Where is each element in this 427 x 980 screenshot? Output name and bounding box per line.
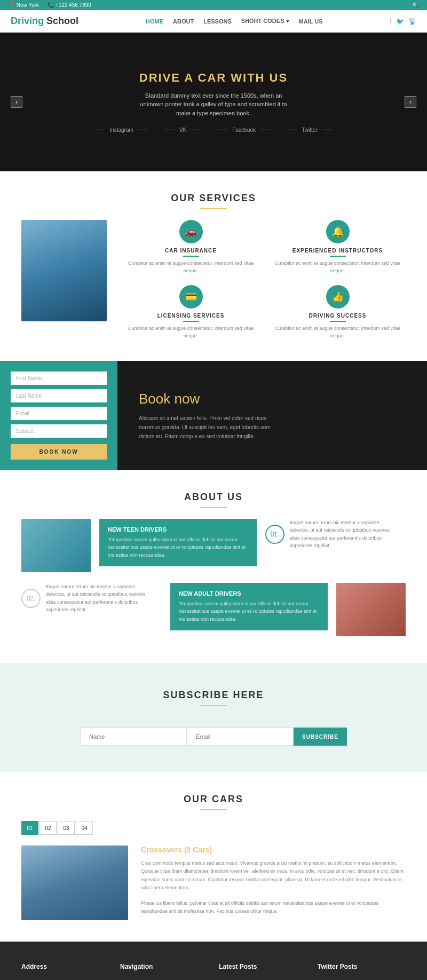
about-image-2 bbox=[336, 583, 406, 636]
phone: 📞 +123 456 7890 bbox=[48, 2, 91, 8]
footer-nav-home[interactable]: Home bbox=[120, 978, 208, 980]
service-desc-instructors: Curabitur ac enim et augue consectetur, … bbox=[270, 260, 406, 274]
footer-nav-title: Navigation bbox=[120, 963, 208, 970]
about-underline bbox=[200, 507, 227, 508]
hero-prev-arrow[interactable]: ‹ bbox=[11, 96, 22, 108]
footer-posts-title: Latest Posts bbox=[219, 963, 307, 970]
booking-text: Book now Aliquam sit amet sapien felis. … bbox=[117, 361, 427, 470]
service-item-success: 👍 DRIVING SUCCESS Curabitur ac enim et a… bbox=[270, 285, 406, 339]
service-item-licensing: 💳 LICENSING SERVICES Curabitur ac enim e… bbox=[123, 285, 259, 339]
about-number-box-1: 01. Itaque earum rerum hic tenetur a sap… bbox=[265, 519, 406, 550]
about-heading: ABOUT US bbox=[11, 492, 416, 503]
about-row-1: NEW TEEN DRIVERS Temporibus autem quibus… bbox=[21, 519, 406, 572]
success-icon: 👍 bbox=[326, 285, 350, 309]
services-image bbox=[21, 220, 107, 321]
subscribe-form: SUBSCRIBE bbox=[21, 728, 406, 746]
about-card-adult: NEW ADULT DRIVERS Temporibus autem quibu… bbox=[170, 583, 328, 630]
footer-posts: Latest Posts Vestibulum ante ipsum Phase… bbox=[219, 963, 307, 980]
subscribe-email-input[interactable] bbox=[187, 728, 294, 746]
hero-social: Instagram VK Facebook Twitter bbox=[94, 127, 332, 133]
email-input[interactable] bbox=[11, 407, 107, 420]
services-heading: OUR SERVICES bbox=[11, 193, 416, 204]
hero-section: ‹ DRIVE A CAR WITH US Standard dummy tex… bbox=[0, 33, 427, 171]
booking-section: BOOK NOW Book now Aliquam sit amet sapie… bbox=[0, 361, 427, 470]
service-underline-2 bbox=[330, 256, 346, 257]
location: 📍 New York bbox=[9, 2, 39, 8]
nav-mail[interactable]: MAIL US bbox=[299, 18, 323, 25]
rss-icon[interactable]: 📡 bbox=[408, 18, 416, 25]
about-text-1: Itaque earum rerum hic tenetur a sapient… bbox=[290, 519, 397, 550]
about-content: NEW TEEN DRIVERS Temporibus autem quibus… bbox=[0, 519, 427, 636]
cars-tab-4[interactable]: 04 bbox=[76, 821, 93, 835]
hero-subtitle: Standard dummy text ever since the 1500s… bbox=[139, 91, 288, 118]
services-section: OUR SERVICES 🚗 CAR INSURANCE Curabitur a… bbox=[0, 171, 427, 361]
service-title-success: DRIVING SUCCESS bbox=[270, 313, 406, 319]
book-now-button[interactable]: BOOK NOW bbox=[11, 444, 107, 460]
subscribe-section: SUBSCRIBE HERE SUBSCRIBE bbox=[0, 663, 427, 772]
subscribe-underline bbox=[200, 705, 227, 706]
twitter-icon[interactable]: 🐦 bbox=[396, 18, 404, 25]
booking-heading-highlight: now bbox=[175, 391, 200, 407]
nav-shortcodes[interactable]: SHORT CODES bbox=[241, 18, 289, 25]
car-desc-1: Cras commodo tempus metus sed accumsan. … bbox=[141, 859, 406, 892]
top-bar-left: 📍 New York 📞 +123 456 7890 bbox=[9, 2, 91, 8]
about-number-box-2: 02. Itaque earum rerum hic tenetur a sap… bbox=[21, 583, 162, 614]
service-desc-success: Curabitur ac enim et augue consectetur, … bbox=[270, 325, 406, 339]
service-underline-1 bbox=[183, 256, 199, 257]
about-card-teen-desc: Temporibus autem quibusdam et aut offici… bbox=[108, 536, 248, 559]
lastname-input[interactable] bbox=[11, 389, 107, 402]
about-title-block: ABOUT US bbox=[0, 470, 427, 519]
car-image bbox=[21, 845, 128, 920]
footer-address-title: Address bbox=[21, 963, 109, 970]
about-number-2: 02. bbox=[21, 589, 41, 608]
subscribe-title-block: SUBSCRIBE HERE bbox=[21, 690, 406, 717]
service-underline-3 bbox=[183, 321, 199, 322]
service-item-instructors: 🔔 EXPERIENCED INSTRUCTORS Curabitur ac e… bbox=[270, 220, 406, 274]
hero-next-arrow[interactable]: › bbox=[405, 96, 416, 108]
service-underline-4 bbox=[330, 321, 346, 322]
cars-tab-3[interactable]: 03 bbox=[58, 821, 75, 835]
booking-heading-normal: Book bbox=[139, 391, 175, 407]
nav-about[interactable]: ABOUT bbox=[173, 18, 194, 25]
social-icons: f 🐦 📡 bbox=[390, 18, 416, 25]
services-title-block: OUR SERVICES bbox=[0, 171, 427, 220]
about-card-teen: NEW TEEN DRIVERS Temporibus autem quibus… bbox=[99, 519, 257, 566]
services-image-inner bbox=[21, 220, 107, 321]
cars-underline bbox=[200, 809, 227, 810]
about-text-2: Itaque earum rerum hic tenetur a sapient… bbox=[46, 583, 153, 614]
about-card-teen-title: NEW TEEN DRIVERS bbox=[108, 526, 248, 533]
about-section: ABOUT US NEW TEEN DRIVERS Temporibus aut… bbox=[0, 470, 427, 663]
facebook-icon[interactable]: f bbox=[390, 18, 392, 25]
about-row-2: 02. Itaque earum rerum hic tenetur a sap… bbox=[21, 583, 406, 636]
hero-content: DRIVE A CAR WITH US Standard dummy text … bbox=[94, 71, 332, 133]
about-image-1 bbox=[21, 519, 91, 572]
search-icon[interactable]: 🔍 bbox=[412, 2, 418, 8]
header: Driving School HOME ABOUT LESSONS SHORT … bbox=[0, 10, 427, 33]
firstname-input[interactable] bbox=[11, 372, 107, 385]
subscribe-name-input[interactable] bbox=[80, 728, 187, 746]
booking-description: Aliquam sit amet sapien felis. Proin vel… bbox=[139, 414, 278, 441]
logo: Driving School bbox=[11, 15, 78, 27]
car-info: Crossovers (3 Cars) Cras commodo tempus … bbox=[141, 845, 406, 920]
cars-section: OUR CARS 01 02 03 04 Crossovers (3 Cars)… bbox=[0, 772, 427, 942]
subscribe-button[interactable]: SUBSCRIBE bbox=[294, 728, 347, 746]
footer-post-1[interactable]: Vestibulum ante ipsum bbox=[219, 978, 307, 980]
booking-heading: Book now bbox=[139, 391, 406, 407]
cars-heading: OUR CARS bbox=[11, 794, 416, 805]
car-insurance-icon: 🚗 bbox=[179, 220, 203, 243]
footer-company: Jlentrust Temptur Inc. bbox=[21, 978, 109, 980]
cars-content: Crossovers (3 Cars) Cras commodo tempus … bbox=[0, 845, 427, 920]
hero-social-facebook: Facebook bbox=[217, 127, 271, 133]
services-underline bbox=[200, 208, 227, 209]
cars-tab-1[interactable]: 01 bbox=[21, 821, 38, 835]
subject-input[interactable] bbox=[11, 424, 107, 438]
cars-tab-2[interactable]: 02 bbox=[39, 821, 57, 835]
hero-social-vk: VK bbox=[164, 127, 201, 133]
main-nav: HOME ABOUT LESSONS SHORT CODES MAIL US bbox=[146, 18, 322, 25]
service-desc-insurance: Curabitur ac enim et augue consectetur, … bbox=[123, 260, 259, 274]
service-title-insurance: CAR INSURANCE bbox=[123, 248, 259, 254]
tweet-1: Ut aut reiciendis voluptatibus http://ex… bbox=[318, 978, 406, 980]
nav-home[interactable]: HOME bbox=[146, 18, 163, 25]
nav-lessons[interactable]: LESSONS bbox=[203, 18, 232, 25]
about-number-1: 01. bbox=[265, 525, 284, 544]
